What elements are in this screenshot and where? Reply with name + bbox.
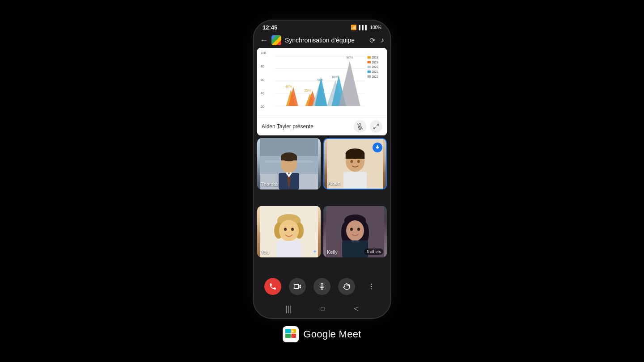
meet-logo-svg: [284, 327, 298, 341]
meet-icon: [271, 35, 281, 45]
svg-line-32: [377, 124, 378, 126]
you-name: You: [261, 249, 269, 255]
aiden-name: Aiden: [328, 181, 340, 186]
battery-icon: 100%: [370, 25, 381, 30]
svg-point-71: [346, 220, 364, 241]
branding: Google Meet: [283, 326, 361, 342]
status-icons: 📶 ▌▌▌ 100%: [351, 25, 381, 30]
recent-apps-button[interactable]: |||: [285, 304, 292, 314]
status-time: 12:45: [263, 24, 277, 31]
svg-rect-74: [342, 240, 368, 257]
svg-rect-23: [368, 66, 371, 68]
back-button[interactable]: ←: [260, 36, 268, 45]
svg-rect-48: [346, 154, 364, 159]
thomas-name: Thomas: [261, 181, 279, 187]
svg-point-73: [357, 227, 360, 231]
speaking-badge: [373, 143, 382, 152]
mute-presenter-button[interactable]: [354, 120, 366, 133]
svg-rect-77: [294, 284, 299, 288]
more-options-button[interactable]: [363, 278, 380, 295]
svg-text:2018: 2018: [372, 56, 378, 59]
svg-text:2022: 2022: [372, 75, 378, 78]
call-title: Synchronisation d'équipe: [285, 37, 366, 44]
participant-tile-you[interactable]: You ✦: [257, 206, 321, 257]
fullscreen-button[interactable]: [370, 120, 382, 133]
thomas-more-button[interactable]: ⋮: [311, 180, 317, 187]
nav-bar: ||| ○ <: [254, 299, 390, 318]
svg-rect-84: [285, 329, 291, 333]
svg-rect-49: [343, 172, 367, 189]
svg-point-82: [370, 288, 371, 289]
aiden-more-button[interactable]: ⋮: [376, 179, 382, 186]
svg-rect-43: [281, 157, 297, 160]
home-button[interactable]: ○: [320, 303, 326, 315]
svg-text:55%: 55%: [304, 88, 311, 93]
svg-point-61: [279, 220, 299, 241]
google-meet-logo: [283, 326, 299, 342]
chart-container: 100 80 60 40 20: [257, 48, 387, 117]
svg-text:2019: 2019: [372, 61, 378, 64]
svg-text:60%: 60%: [332, 75, 339, 79]
participants-grid: Thomas ⋮: [254, 135, 390, 274]
svg-point-81: [370, 286, 371, 287]
presentation-area: 100 80 60 40 20: [257, 48, 387, 135]
svg-rect-21: [368, 61, 371, 63]
svg-text:2021: 2021: [372, 70, 378, 73]
presenter-bar: Aiden Tayler présente: [257, 117, 387, 135]
participant-tile-kelly[interactable]: Kelly 6 others: [323, 206, 387, 257]
mic-button[interactable]: [314, 278, 330, 295]
wifi-icon: 📶: [351, 25, 357, 30]
svg-point-62: [284, 227, 287, 231]
svg-point-63: [291, 227, 294, 231]
chart-svg: 46% 55% 76% 60%: [262, 51, 382, 114]
camera-cutout: [312, 25, 316, 30]
svg-text:96%: 96%: [347, 55, 353, 59]
svg-rect-19: [368, 56, 371, 59]
chart-y-labels: 100 80 60 40 20: [261, 51, 266, 108]
branding-text: Google Meet: [303, 328, 361, 340]
phone-frame: 12:45 📶 ▌▌▌ 100% ← Synchronisation d'équ…: [253, 20, 391, 319]
back-nav-button[interactable]: <: [354, 304, 359, 314]
header-actions: ⟳ ♪: [369, 36, 384, 45]
presenter-name: Aiden Tayler présente: [262, 123, 314, 130]
status-bar: 12:45 📶 ▌▌▌ 100%: [254, 21, 390, 33]
svg-rect-85: [285, 334, 291, 338]
raise-hand-button[interactable]: [338, 278, 355, 295]
svg-point-50: [350, 160, 353, 163]
svg-marker-17: [339, 61, 360, 106]
svg-rect-25: [368, 71, 371, 73]
svg-text:2020: 2020: [372, 65, 378, 68]
presenter-controls: [354, 120, 382, 133]
svg-text:46%: 46%: [285, 84, 292, 88]
svg-point-80: [370, 284, 371, 285]
sparkle-icon: ✦: [313, 248, 317, 255]
svg-line-33: [374, 127, 376, 129]
signal-icon: ▌▌▌: [359, 25, 368, 30]
others-badge: 6 others: [364, 248, 383, 255]
camera-button[interactable]: [289, 278, 306, 295]
participant-tile-aiden[interactable]: Aiden ⋮: [323, 138, 387, 189]
svg-rect-87: [292, 334, 297, 338]
call-controls: [254, 274, 390, 299]
participant-tile-thomas[interactable]: Thomas ⋮: [257, 138, 321, 189]
svg-rect-64: [277, 241, 301, 257]
svg-point-51: [357, 160, 360, 163]
volume-button[interactable]: ♪: [381, 36, 384, 44]
call-header: ← Synchronisation d'équipe ⟳ ♪: [254, 33, 390, 48]
svg-text:76%: 76%: [316, 78, 323, 82]
kelly-name: Kelly: [327, 249, 338, 255]
end-call-button[interactable]: [264, 278, 281, 295]
phone-screen: 12:45 📶 ▌▌▌ 100% ← Synchronisation d'équ…: [254, 21, 390, 318]
rotate-camera-button[interactable]: ⟳: [369, 36, 375, 45]
svg-point-72: [350, 227, 353, 231]
svg-rect-27: [368, 75, 371, 77]
